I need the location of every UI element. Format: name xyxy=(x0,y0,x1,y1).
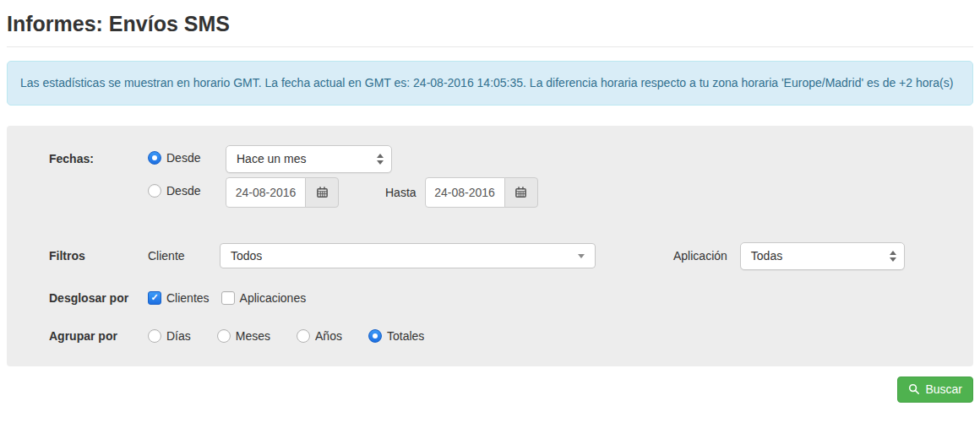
filtros-label: Filtros xyxy=(49,249,148,263)
radio-icon[interactable] xyxy=(217,329,231,343)
fechas-range-row: Desde Hasta xyxy=(49,177,939,208)
chevron-down-icon xyxy=(578,254,585,258)
radio-icon[interactable] xyxy=(148,329,161,343)
stepper-arrows-icon xyxy=(890,251,896,262)
hasta-label: Hasta xyxy=(385,186,416,199)
desde-range-radio[interactable]: Desde xyxy=(148,184,200,198)
page: Informes: Envíos SMS Las estadísticas se… xyxy=(0,0,980,413)
title-divider xyxy=(7,46,973,47)
buscar-button-label: Buscar xyxy=(925,382,962,396)
cliente-select[interactable]: Todos xyxy=(220,243,596,268)
desde-range-radio-label: Desde xyxy=(166,184,200,198)
agrupar-row: Agrupar por Días Meses Años Totales xyxy=(49,328,939,344)
radio-icon[interactable] xyxy=(148,184,161,198)
desglosar-label: Desglosar por xyxy=(49,291,148,305)
page-title: Informes: Envíos SMS xyxy=(7,0,973,36)
fechas-label: Fechas: xyxy=(49,152,148,165)
date-to-group xyxy=(425,177,538,208)
agrupar-meses-label: Meses xyxy=(236,329,270,343)
agrupar-label: Agrupar por xyxy=(49,329,148,343)
desde-preset-radio-label: Desde xyxy=(166,151,200,165)
stepper-arrows-icon xyxy=(377,154,384,165)
agrupar-totales-radio[interactable]: Totales xyxy=(368,329,424,343)
checkbox-icon[interactable] xyxy=(221,291,235,305)
magnifier-icon xyxy=(908,383,920,395)
filters-panel: Fechas: Desde Hace un mes Desde xyxy=(7,126,973,366)
agrupar-dias-label: Días xyxy=(166,329,191,343)
date-from-calendar-button[interactable] xyxy=(305,177,339,208)
date-from-input[interactable] xyxy=(226,177,306,208)
fechas-preset-row: Fechas: Desde Hace un mes xyxy=(49,145,939,173)
radio-icon[interactable] xyxy=(368,329,382,343)
radio-icon[interactable] xyxy=(148,151,161,165)
date-to-calendar-button[interactable] xyxy=(504,177,538,208)
gmt-info-alert: Las estadísticas se muestran en horario … xyxy=(7,61,973,106)
desglosar-aplicaciones-checkbox[interactable]: Aplicaciones xyxy=(221,291,307,305)
filtros-row: Filtros Cliente Todos Aplicación Todas xyxy=(49,242,939,270)
desglosar-row: Desglosar por Clientes Aplicaciones xyxy=(49,290,939,306)
agrupar-totales-label: Totales xyxy=(387,329,424,343)
calendar-icon xyxy=(514,186,527,198)
agrupar-meses-radio[interactable]: Meses xyxy=(217,329,270,343)
desde-preset-radio[interactable]: Desde xyxy=(148,151,200,165)
actions-bar: Buscar xyxy=(7,366,973,413)
buscar-button[interactable]: Buscar xyxy=(897,377,973,403)
agrupar-anos-radio[interactable]: Años xyxy=(297,329,342,343)
radio-icon[interactable] xyxy=(297,329,310,343)
cliente-label: Cliente xyxy=(148,249,220,263)
calendar-icon xyxy=(316,186,329,198)
desglosar-clientes-checkbox[interactable]: Clientes xyxy=(148,291,210,305)
aplicacion-label: Aplicación xyxy=(673,249,727,263)
period-preset-value: Hace un mes xyxy=(237,152,306,165)
agrupar-anos-label: Años xyxy=(315,329,342,343)
desglosar-clientes-label: Clientes xyxy=(166,291,210,305)
desglosar-aplicaciones-label: Aplicaciones xyxy=(240,291,307,305)
agrupar-dias-radio[interactable]: Días xyxy=(148,329,191,343)
aplicacion-select-value: Todas xyxy=(751,249,782,263)
date-from-group xyxy=(226,177,339,208)
aplicacion-select[interactable]: Todas xyxy=(740,242,905,270)
cliente-select-value: Todos xyxy=(231,249,262,263)
period-preset-select[interactable]: Hace un mes xyxy=(226,145,392,173)
date-to-input[interactable] xyxy=(425,177,505,208)
gmt-info-text: Las estadísticas se muestran en horario … xyxy=(20,76,953,89)
checkbox-icon[interactable] xyxy=(148,291,161,305)
